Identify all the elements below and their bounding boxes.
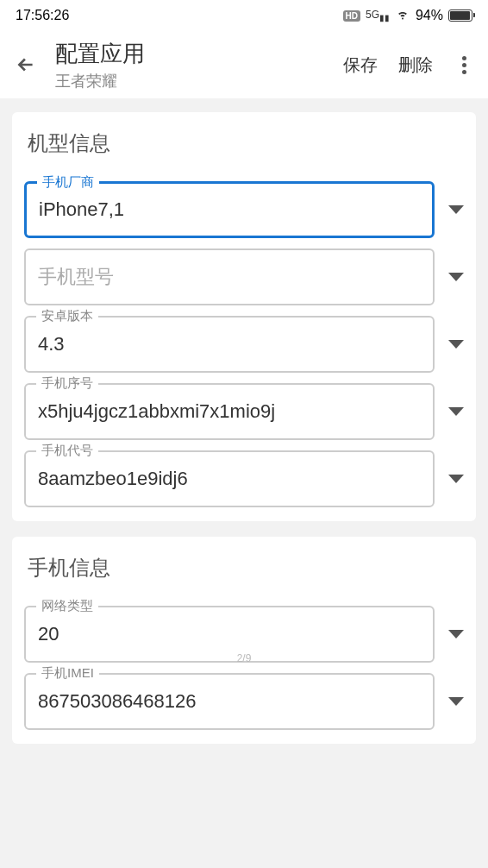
battery-percent: 94%: [416, 8, 443, 23]
save-button[interactable]: 保存: [343, 53, 378, 77]
page-subtitle: 王者荣耀: [55, 71, 326, 91]
imei-row: 2/9 手机IMEI 867503086468126: [24, 673, 464, 730]
dropdown-icon[interactable]: [448, 697, 464, 706]
device-info-card: 机型信息 手机厂商 iPhone7,1 手机型号 安卓版本 4.3 手机序号: [12, 112, 476, 521]
status-right: HD 5G▮▮ 94%: [343, 6, 473, 25]
field-value: 20: [38, 623, 421, 645]
field-label: 手机厂商: [37, 174, 99, 191]
dropdown-icon[interactable]: [448, 407, 464, 416]
field-value: 4.3: [38, 333, 421, 355]
model-row: 手机型号: [24, 248, 464, 305]
codename-field[interactable]: 手机代号 8aamzbeo1e9idj6: [24, 450, 435, 507]
imei-field[interactable]: 手机IMEI 867503086468126: [24, 673, 435, 730]
content-area: 机型信息 手机厂商 iPhone7,1 手机型号 安卓版本 4.3 手机序号: [0, 98, 488, 773]
wifi-icon: [395, 6, 410, 25]
field-value: 867503086468126: [38, 690, 421, 713]
field-label: 网络类型: [36, 598, 98, 614]
field-value: 8aamzbeo1e9idj6: [38, 468, 421, 490]
page-indicator: 2/9: [237, 652, 252, 664]
model-field[interactable]: 手机型号: [24, 248, 435, 305]
serial-field[interactable]: 手机序号 x5hju4jgcz1abbxmi7x1mio9j: [24, 383, 435, 440]
dropdown-icon[interactable]: [448, 273, 464, 281]
header-actions: 保存 删除: [343, 53, 474, 77]
network-5g-icon: 5G▮▮: [366, 9, 390, 22]
section-title: 手机信息: [24, 554, 464, 582]
android-version-row: 安卓版本 4.3: [24, 316, 464, 373]
section-title: 机型信息: [24, 129, 464, 157]
overflow-menu-button[interactable]: [454, 54, 474, 75]
manufacturer-row: 手机厂商 iPhone7,1: [24, 181, 464, 238]
android-version-field[interactable]: 安卓版本 4.3: [24, 316, 435, 373]
dropdown-icon[interactable]: [448, 630, 464, 638]
arrow-left-icon: [15, 53, 37, 76]
page-title: 配置应用: [55, 39, 326, 69]
hd-badge-icon: HD: [343, 10, 360, 22]
status-time: 17:56:26: [16, 8, 69, 23]
field-label: 手机代号: [36, 443, 98, 459]
status-bar: 17:56:26 HD 5G▮▮ 94%: [0, 0, 488, 31]
field-placeholder: 手机型号: [38, 264, 421, 290]
field-value: x5hju4jgcz1abbxmi7x1mio9j: [38, 400, 421, 423]
field-value: iPhone7,1: [39, 198, 420, 221]
network-type-field[interactable]: 网络类型 20: [24, 606, 435, 663]
header-titles: 配置应用 王者荣耀: [55, 39, 326, 91]
dropdown-icon[interactable]: [448, 205, 464, 214]
dropdown-icon[interactable]: [448, 475, 464, 483]
serial-row: 手机序号 x5hju4jgcz1abbxmi7x1mio9j: [24, 383, 464, 440]
phone-info-card: 手机信息 网络类型 20 2/9 手机IMEI 867503086468126: [12, 537, 476, 744]
field-label: 手机IMEI: [36, 665, 99, 682]
dropdown-icon[interactable]: [448, 340, 464, 349]
manufacturer-field[interactable]: 手机厂商 iPhone7,1: [24, 181, 435, 238]
back-button[interactable]: [14, 53, 38, 77]
field-label: 安卓版本: [36, 308, 98, 324]
field-label: 手机序号: [36, 375, 98, 392]
battery-icon: [448, 9, 472, 22]
codename-row: 手机代号 8aamzbeo1e9idj6: [24, 450, 464, 507]
delete-button[interactable]: 删除: [398, 53, 433, 77]
app-header: 配置应用 王者荣耀 保存 删除: [0, 31, 488, 98]
